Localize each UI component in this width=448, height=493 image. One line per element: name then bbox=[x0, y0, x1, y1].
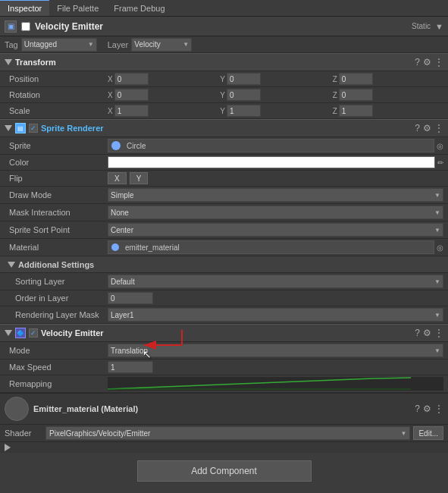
rot-x-input[interactable] bbox=[114, 89, 149, 101]
pos-z-label: Z bbox=[333, 75, 337, 83]
tag-label: Tag bbox=[5, 40, 18, 49]
transform-settings[interactable]: ⚙ bbox=[423, 57, 431, 68]
sorting-layer-label: Sorting Layer bbox=[9, 277, 108, 286]
rendering-layer-mask-row: Rendering Layer Mask Layer1 ▼ bbox=[0, 306, 448, 324]
material-menu[interactable]: ⋮ bbox=[434, 404, 443, 414]
mask-interaction-select[interactable]: None ▼ bbox=[108, 206, 443, 219]
velocity-emitter-menu[interactable]: ⋮ bbox=[434, 328, 443, 338]
material-name: Emitter_material (Material) bbox=[33, 404, 410, 413]
material-dot-icon bbox=[111, 243, 119, 251]
remapping-label: Remapping bbox=[9, 379, 108, 388]
sprite-dot-icon bbox=[111, 141, 121, 150]
additional-settings-title: Additional Settings bbox=[18, 260, 94, 269]
order-in-layer-row: Order in Layer bbox=[0, 290, 448, 306]
scale-z-label: Z bbox=[333, 107, 337, 115]
layer-select[interactable]: Velocity ▼ bbox=[131, 38, 192, 52]
static-badge: Static bbox=[412, 22, 431, 30]
sprite-renderer-collapse[interactable] bbox=[5, 125, 12, 131]
rot-z-input[interactable] bbox=[339, 89, 373, 101]
material-help[interactable]: ? bbox=[415, 404, 420, 414]
material-thumbnail bbox=[5, 397, 29, 421]
sprite-renderer-header: ▤ ✓ Sprite Renderer ? ⚙ ⋮ bbox=[0, 119, 448, 137]
max-speed-row: Max Speed bbox=[0, 360, 448, 375]
max-speed-input[interactable] bbox=[108, 361, 153, 373]
draw-mode-select[interactable]: Simple ▼ bbox=[108, 188, 443, 202]
tab-file-palette[interactable]: File Palette bbox=[49, 0, 106, 16]
flip-y-btn[interactable]: Y bbox=[130, 172, 149, 184]
shader-select[interactable]: PixelGraphics/Velocity/Emitter ▼ bbox=[45, 426, 410, 440]
add-component-area: Add Component bbox=[0, 453, 448, 489]
draw-mode-label: Draw Mode bbox=[9, 190, 108, 199]
scale-z-input[interactable] bbox=[339, 105, 373, 117]
rot-z-label: Z bbox=[333, 91, 337, 99]
sprite-sort-point-label: Sprite Sort Point bbox=[9, 225, 108, 234]
pos-x-label: X bbox=[108, 75, 113, 83]
scale-label: Scale bbox=[9, 106, 108, 115]
sprite-renderer-checkbox[interactable]: ✓ bbox=[29, 124, 38, 133]
color-swatch[interactable] bbox=[108, 156, 435, 168]
pos-y-input[interactable] bbox=[227, 73, 261, 85]
rotation-label: Rotation bbox=[9, 90, 108, 99]
pos-x-input[interactable] bbox=[114, 73, 149, 85]
transform-menu[interactable]: ⋮ bbox=[434, 57, 443, 68]
tab-frame-debug[interactable]: Frame Debug bbox=[106, 0, 172, 16]
sprite-renderer-menu[interactable]: ⋮ bbox=[434, 123, 443, 133]
sprite-sort-point-row: Sprite Sort Point Center ▼ bbox=[0, 221, 448, 239]
position-row: Position X Y Z bbox=[0, 71, 448, 87]
sprite-field[interactable]: Circle bbox=[108, 139, 434, 152]
transform-help[interactable]: ? bbox=[415, 57, 420, 68]
add-component-button[interactable]: Add Component bbox=[137, 460, 312, 482]
sprite-renderer-section: ▤ ✓ Sprite Renderer ? ⚙ ⋮ Sprite Circle … bbox=[0, 119, 448, 324]
remapping-row: Remapping bbox=[0, 375, 448, 393]
sorting-layer-select[interactable]: Default ▼ bbox=[108, 275, 443, 288]
draw-mode-row: Draw Mode Simple ▼ bbox=[0, 187, 448, 204]
mode-select[interactable]: Translation ▼ bbox=[108, 344, 443, 357]
edit-shader-btn[interactable]: Edit... bbox=[413, 426, 443, 440]
tab-inspector[interactable]: Inspector bbox=[0, 0, 49, 16]
velocity-emitter-help[interactable]: ? bbox=[415, 328, 420, 338]
mask-interaction-row: Mask Interaction None ▼ bbox=[0, 204, 448, 221]
rendering-layer-mask-select[interactable]: Layer1 ▼ bbox=[108, 308, 443, 322]
color-picker-icon[interactable]: ✏ bbox=[437, 159, 443, 167]
flip-label: Flip bbox=[9, 174, 108, 183]
velocity-emitter-settings[interactable]: ⚙ bbox=[423, 328, 431, 338]
scale-x-input[interactable] bbox=[114, 105, 149, 117]
position-label: Position bbox=[9, 74, 108, 83]
sorting-layer-row: Sorting Layer Default ▼ bbox=[0, 273, 448, 290]
sprite-renderer-settings[interactable]: ⚙ bbox=[423, 123, 431, 133]
tag-row: Tag Untagged ▼ Layer Velocity ▼ bbox=[0, 36, 448, 53]
material-settings[interactable]: ⚙ bbox=[423, 404, 431, 414]
material-expand-icon[interactable] bbox=[5, 444, 11, 451]
sprite-link-icon[interactable]: ◎ bbox=[437, 142, 443, 150]
tag-select[interactable]: Untagged ▼ bbox=[21, 38, 97, 52]
transform-collapse[interactable] bbox=[5, 59, 12, 65]
velocity-emitter-section: 🔷 ✓ Velocity Emitter ? ⚙ ⋮ Mode Translat… bbox=[0, 324, 448, 393]
remapping-curve-svg bbox=[108, 377, 443, 391]
mode-label: Mode bbox=[9, 346, 108, 355]
velocity-emitter-checkbox[interactable]: ✓ bbox=[29, 328, 38, 338]
color-label: Color bbox=[9, 158, 108, 167]
material-field[interactable]: emitter_material bbox=[108, 240, 434, 254]
rot-x-label: X bbox=[108, 91, 113, 99]
transform-title: Transform bbox=[15, 58, 56, 67]
remapping-canvas[interactable] bbox=[108, 377, 443, 391]
velocity-emitter-header: 🔷 ✓ Velocity Emitter ? ⚙ ⋮ bbox=[0, 324, 448, 342]
pos-z-input[interactable] bbox=[339, 73, 373, 85]
additional-settings-collapse[interactable] bbox=[8, 262, 15, 268]
header-bar: ▣ Velocity Emitter Static ▼ bbox=[0, 17, 448, 36]
sprite-renderer-help[interactable]: ? bbox=[415, 123, 420, 133]
scale-y-input[interactable] bbox=[227, 105, 261, 117]
sprite-sort-point-select[interactable]: Center ▼ bbox=[108, 223, 443, 237]
order-in-layer-input[interactable] bbox=[108, 292, 153, 304]
material-link-icon[interactable]: ◎ bbox=[437, 243, 443, 252]
rendering-layer-mask-label: Rendering Layer Mask bbox=[9, 310, 108, 319]
transform-header: Transform ? ⚙ ⋮ bbox=[0, 53, 448, 71]
rot-y-input[interactable] bbox=[227, 89, 261, 101]
velocity-emitter-collapse[interactable] bbox=[5, 330, 12, 336]
material-section: Emitter_material (Material) ? ⚙ ⋮ Shader… bbox=[0, 393, 448, 453]
active-checkbox[interactable] bbox=[21, 22, 30, 31]
flip-x-btn[interactable]: X bbox=[108, 172, 127, 184]
rotation-row: Rotation X Y Z bbox=[0, 87, 448, 103]
rot-y-label: Y bbox=[220, 91, 225, 99]
tab-bar: Inspector File Palette Frame Debug bbox=[0, 0, 448, 17]
